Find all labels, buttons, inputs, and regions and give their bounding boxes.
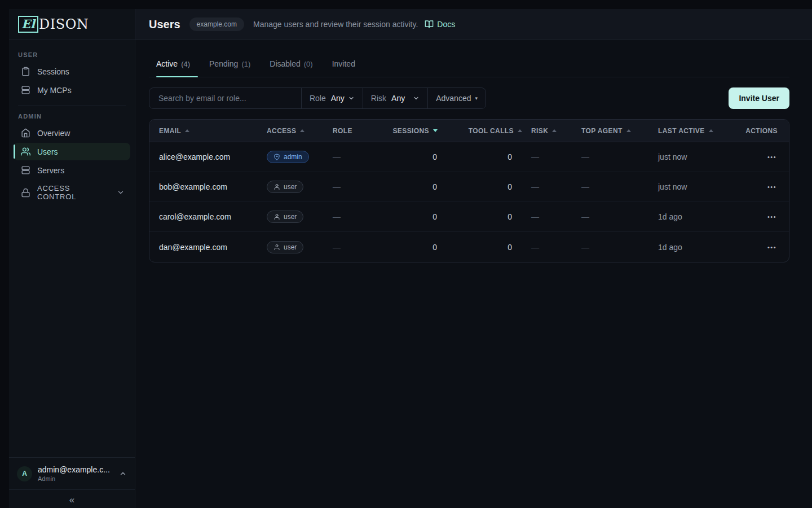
row-actions-button[interactable]: ••• [766,181,778,192]
table-row[interactable]: carol@example.com user — 0 0 — — 1d ago [149,202,789,232]
sidebar-item-label: Sessions [37,67,69,76]
column-header-sessions[interactable]: SESSIONS [387,127,438,135]
role-filter[interactable]: Role Any [301,88,363,108]
sidebar-collapse-button[interactable]: « [9,489,135,508]
logo[interactable]: El DISON [9,9,135,40]
sidebar-item-access-control[interactable]: ACCESS CONTROL [14,180,130,205]
account-role: Admin [38,475,110,482]
column-header-access[interactable]: ACCESS [267,127,333,135]
row-actions-button[interactable]: ••• [766,211,778,222]
user-risk: — [522,212,581,221]
table-row[interactable]: bob@example.com user — 0 0 — — just now [149,172,789,202]
user-role: — [333,152,387,161]
chevron-down-icon [348,95,355,102]
tab-bar: Active (4) Pending (1) Disabled (0) Invi… [149,54,789,77]
user-risk: — [522,243,581,252]
sort-asc-icon [709,129,713,132]
row-actions-button[interactable]: ••• [766,151,778,163]
column-header-role[interactable]: ROLE [333,127,387,135]
page-header: Users example.com Manage users and revie… [135,9,812,40]
invite-user-button[interactable]: Invite User [729,87,789,109]
access-badge-user: user [267,211,303,223]
sidebar-item-label: My MCPs [37,86,72,95]
user-top-agent: — [581,212,658,221]
sidebar-item-label: ACCESS CONTROL [37,184,110,201]
sort-desc-icon [433,129,438,132]
access-badge-user: user [267,241,303,253]
advanced-label: Advanced [436,94,471,103]
column-header-top-agent[interactable]: TOP AGENT [581,127,658,135]
tab-label: Active [156,59,178,68]
user-last-active: just now [658,152,744,161]
row-actions-button[interactable]: ••• [766,242,778,253]
sidebar-item-label: Overview [37,129,70,138]
user-role: — [333,182,387,191]
main-area: Users example.com Manage users and revie… [135,9,812,508]
docs-label: Docs [437,20,455,29]
column-header-email[interactable]: EMAIL [159,127,267,135]
user-last-active: 1d ago [658,243,744,252]
content: Active (4) Pending (1) Disabled (0) Invi… [135,54,812,262]
account-menu[interactable]: A admin@example.c... Admin [9,457,135,489]
users-icon [21,147,30,156]
table-row[interactable]: dan@example.com user — 0 0 — — 1d ago •• [149,232,789,262]
tab-active[interactable]: Active (4) [156,54,190,77]
tab-invited[interactable]: Invited [332,54,355,77]
tab-label: Disabled [270,59,300,68]
tab-disabled[interactable]: Disabled (0) [270,54,312,77]
caret-down-icon: ▾ [475,95,478,101]
user-tool-calls: 0 [438,212,522,221]
column-header-last-active[interactable]: LAST ACTIVE [658,127,744,135]
tab-pending[interactable]: Pending (1) [209,54,250,77]
user-tool-calls: 0 [438,182,522,191]
user-email: dan@example.com [159,243,267,252]
chevron-up-icon[interactable] [119,470,127,478]
person-icon [273,213,280,220]
user-sessions: 0 [387,182,438,191]
sidebar-item-my-mcps[interactable]: My MCPs [14,81,130,99]
user-last-active: 1d ago [658,212,744,221]
users-table: EMAIL ACCESS ROLE SESSIONS TOOL CALLS [149,119,789,262]
sort-asc-icon [300,129,304,132]
user-last-active: just now [658,182,744,191]
advanced-filter-toggle[interactable]: Advanced ▾ [427,88,486,108]
filter-bar: Role Any Risk Any [149,87,486,109]
sort-asc-icon [185,129,189,132]
person-icon [273,183,280,190]
user-top-agent: — [581,243,658,252]
column-header-risk[interactable]: RISK [522,127,581,135]
risk-filter[interactable]: Risk Any [363,88,427,108]
sidebar-item-overview[interactable]: Overview [14,124,130,142]
user-tool-calls: 0 [438,243,522,252]
book-icon [425,20,434,29]
user-tool-calls: 0 [438,152,522,161]
lock-icon [21,188,30,198]
shield-icon [273,154,280,160]
table-row[interactable]: alice@example.com admin — 0 0 — — just n… [149,142,789,172]
user-risk: — [522,182,581,191]
sort-asc-icon [518,129,522,132]
column-header-tool-calls[interactable]: TOOL CALLS [438,127,522,135]
sidebar-item-users[interactable]: Users [14,143,130,160]
avatar: A [17,466,32,481]
logo-mark: El [18,16,38,33]
person-icon [273,244,280,251]
sidebar-item-sessions[interactable]: Sessions [14,63,130,80]
home-icon [21,128,30,138]
user-email: alice@example.com [159,152,267,161]
user-top-agent: — [581,152,658,161]
filter-row: Role Any Risk Any [149,87,789,109]
account-info: admin@example.c... Admin [38,465,110,482]
page-description: Manage users and review their session ac… [253,20,418,29]
search-input[interactable] [149,88,301,108]
sidebar-item-label: Servers [37,166,64,175]
user-sessions: 0 [387,212,438,221]
docs-link[interactable]: Docs [425,20,455,29]
section-label-admin: ADMIN [18,113,126,120]
account-email: admin@example.c... [38,465,110,474]
server-icon [21,85,30,95]
sidebar-item-servers[interactable]: Servers [14,161,130,179]
page-title: Users [149,18,180,31]
risk-filter-label: Risk [371,94,386,103]
role-filter-value: Any [331,94,345,103]
